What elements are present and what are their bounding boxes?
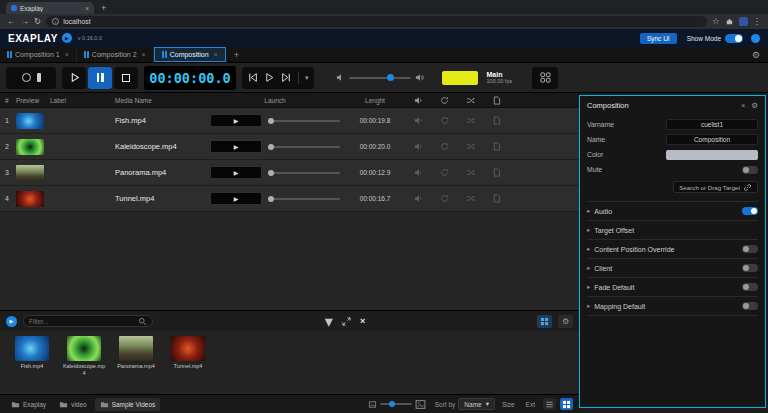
grid-view-active-button[interactable]	[560, 398, 573, 410]
folder-sample-videos[interactable]: Sample Videos	[95, 398, 161, 411]
section-mapping-default[interactable]: ▸ Mapping Default	[587, 297, 758, 316]
row-volume-button[interactable]	[405, 116, 431, 125]
row-launch-button[interactable]: ▶	[210, 166, 262, 179]
sort-field-dropdown[interactable]: Name ▾	[458, 398, 495, 410]
cue-row-4[interactable]: 4 Tunnel.mp4 ▶ 00:00:16.7	[0, 186, 579, 212]
reload-icon[interactable]: ↻	[34, 17, 41, 26]
search-or-drag-target-button[interactable]: Search or Drag Target	[673, 181, 758, 193]
forward-icon[interactable]: →	[21, 17, 30, 26]
cue-row-2[interactable]: 2 Kaleidoscope.mp4 ▶ 00:00:20.0	[0, 134, 579, 160]
inspector-gear-icon[interactable]: ⚙	[751, 101, 758, 110]
section-audio[interactable]: ▸ Audio	[587, 202, 758, 221]
tab-close-icon[interactable]: ×	[65, 51, 69, 58]
collapse-chevron-icon[interactable]: ▾	[325, 312, 333, 331]
row-file-button[interactable]	[483, 168, 509, 177]
media-item-panorama[interactable]: Panorama.mp4	[114, 336, 158, 370]
row-shuffle-button[interactable]	[457, 116, 483, 125]
go-cue-button[interactable]	[264, 72, 275, 83]
record-stop-button[interactable]	[6, 67, 56, 89]
list-view-button[interactable]	[543, 398, 556, 410]
media-item-fish[interactable]: Fish.mp4	[10, 336, 54, 370]
previous-cue-button[interactable]	[247, 72, 258, 83]
browser-tab[interactable]: Exaplay ×	[6, 2, 94, 14]
sort-ext-button[interactable]: Ext	[522, 400, 539, 409]
site-info-icon[interactable]: i	[52, 18, 59, 25]
grid-view-button[interactable]	[537, 315, 552, 328]
name-input[interactable]	[666, 134, 758, 145]
show-mode-toggle[interactable]	[725, 34, 743, 43]
content-position-override-toggle[interactable]	[742, 245, 758, 253]
close-browser-icon[interactable]: ×	[360, 316, 365, 326]
filter-field[interactable]	[23, 315, 153, 327]
slider-knob[interactable]	[268, 118, 274, 124]
theme-toggle-icon[interactable]	[751, 34, 760, 43]
thumbnail-zoom-slider[interactable]	[380, 403, 412, 405]
row-loop-button[interactable]	[431, 194, 457, 203]
cue-row-1[interactable]: 1 Fish.mp4 ▶ 00:00:19.8	[0, 108, 579, 134]
row-volume-button[interactable]	[405, 142, 431, 151]
tab-close-icon[interactable]: ×	[214, 51, 218, 58]
row-progress-slider[interactable]	[268, 198, 340, 200]
row-volume-button[interactable]	[405, 194, 431, 203]
slider-knob[interactable]	[268, 196, 274, 202]
row-progress-slider[interactable]	[268, 146, 340, 148]
bookmark-star-icon[interactable]: ☆	[712, 17, 720, 26]
row-shuffle-button[interactable]	[457, 168, 483, 177]
tab-composition-2[interactable]: Composition 2 ×	[77, 47, 154, 62]
tab-close-icon[interactable]: ×	[142, 51, 146, 58]
slider-knob[interactable]	[268, 170, 274, 176]
row-launch-button[interactable]: ▶	[210, 140, 262, 153]
fade-default-toggle[interactable]	[742, 283, 758, 291]
section-content-position-override[interactable]: ▸ Content Position Override	[587, 240, 758, 259]
tab-close-icon[interactable]: ×	[85, 5, 89, 12]
row-shuffle-button[interactable]	[457, 142, 483, 151]
row-file-button[interactable]	[483, 142, 509, 151]
media-item-tunnel[interactable]: Tunnel.mp4	[166, 336, 210, 370]
media-item-kaleidoscope[interactable]: Kaleidoscope.mp4	[62, 336, 106, 377]
row-loop-button[interactable]	[431, 142, 457, 151]
section-fade-default[interactable]: ▸ Fade Default	[587, 278, 758, 297]
section-target-offset[interactable]: ▸ Target Offset	[587, 221, 758, 240]
row-volume-button[interactable]	[405, 168, 431, 177]
browser-settings-gear-icon[interactable]: ⚙	[558, 315, 573, 328]
inspector-close-icon[interactable]: ×	[741, 101, 745, 110]
sort-size-button[interactable]: Size	[498, 400, 519, 409]
profile-avatar[interactable]	[739, 17, 748, 26]
address-bar[interactable]: i localhost	[46, 16, 707, 27]
cue-dropdown-icon[interactable]: ▾	[305, 74, 309, 81]
preview-play-toggle[interactable]: ▶	[6, 316, 17, 327]
row-launch-button[interactable]: ▶	[210, 192, 262, 205]
slider-knob[interactable]	[268, 144, 274, 150]
settings-gear-icon[interactable]: ⚙	[744, 47, 768, 62]
folder-video[interactable]: video	[54, 398, 92, 411]
cue-row-3[interactable]: 3 Panorama.mp4 ▶ 00:00:12.9	[0, 160, 579, 186]
row-file-button[interactable]	[483, 116, 509, 125]
row-loop-button[interactable]	[431, 168, 457, 177]
back-icon[interactable]: ←	[7, 17, 16, 26]
filter-input[interactable]	[29, 318, 134, 325]
next-cue-button[interactable]	[281, 72, 292, 83]
folder-exaplay[interactable]: Exaplay	[6, 398, 51, 411]
color-swatch[interactable]	[666, 150, 758, 160]
section-client[interactable]: ▸ Client	[587, 259, 758, 278]
sync-ui-button[interactable]: Sync UI	[640, 33, 677, 44]
tab-composition-1[interactable]: Composition 1 ×	[0, 47, 77, 62]
new-tab-button[interactable]: +	[101, 3, 106, 13]
varname-input[interactable]	[666, 119, 758, 130]
row-loop-button[interactable]	[431, 116, 457, 125]
client-toggle[interactable]	[742, 264, 758, 272]
browser-menu-icon[interactable]: ⋮	[753, 17, 762, 26]
play-button[interactable]	[62, 67, 86, 89]
extensions-icon[interactable]	[725, 17, 734, 26]
volume-slider-knob[interactable]	[387, 74, 394, 81]
row-launch-button[interactable]: ▶	[210, 114, 262, 127]
stop-button[interactable]	[114, 67, 138, 89]
pause-button[interactable]	[88, 67, 112, 89]
tab-composition-active[interactable]: Composition ×	[154, 47, 226, 62]
output-matrix-button[interactable]	[532, 67, 558, 89]
row-shuffle-button[interactable]	[457, 194, 483, 203]
zoom-slider-knob[interactable]	[389, 401, 395, 407]
audio-toggle[interactable]	[742, 207, 758, 215]
volume-slider[interactable]	[349, 77, 411, 79]
add-composition-button[interactable]: +	[226, 47, 247, 62]
